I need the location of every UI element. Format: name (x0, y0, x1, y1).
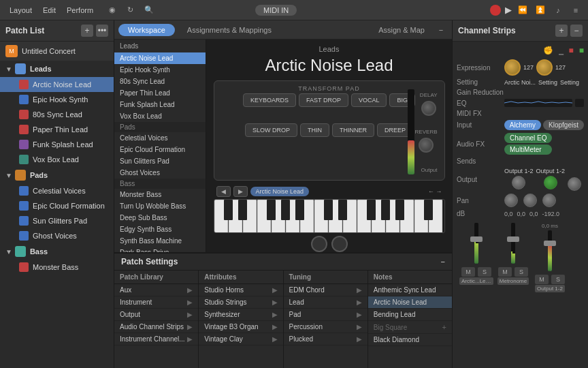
inner-patch-item-turnup[interactable]: Turn Up Wobble Bass (114, 200, 206, 212)
tab-assignments[interactable]: Assignments & Mappings (178, 24, 281, 36)
menu-edit[interactable]: Edit (39, 5, 60, 16)
patch-item-epichook[interactable]: Epic Hook Synth (0, 92, 114, 107)
patch-settings-menu[interactable]: − (441, 258, 445, 266)
ps-item-percussion[interactable]: Percussion▶ (284, 321, 368, 333)
workspace-menu-button[interactable]: − (434, 23, 448, 37)
cs-menu-button[interactable]: − (570, 25, 583, 37)
solo-btn-1[interactable]: S (478, 267, 491, 277)
play-button[interactable]: ▶ (505, 5, 512, 15)
mute-btn-1[interactable]: M (461, 267, 475, 277)
keyboard-ctrl-right[interactable]: ▶ (233, 186, 248, 197)
mute-btn-3[interactable]: M (535, 275, 549, 284)
synth-btn-thin[interactable]: THIN (300, 123, 329, 137)
patch-item-voxbox[interactable]: Vox Box Lead (0, 152, 114, 167)
reverb-knob[interactable] (419, 138, 434, 153)
inner-patch-item-darkbass[interactable]: Dark Bass Drive (114, 247, 206, 252)
midi-in-button[interactable]: MIDI IN (255, 5, 297, 16)
inner-patch-item-epichook[interactable]: Epic Hook Synth (114, 64, 206, 76)
ps-item-edm-chord[interactable]: EDM Chord▶ (284, 284, 368, 296)
cs-audiofx-channeleq[interactable]: Channel EQ (504, 133, 552, 143)
ps-item-instrument[interactable]: Instrument▶ (114, 296, 198, 309)
cs-audiofx-multimeter[interactable]: MultiMeter (504, 144, 552, 155)
concert-item[interactable]: M Untitled Concert (0, 42, 114, 61)
inner-patch-item-paperthin[interactable]: Paper Thin Lead (114, 87, 206, 99)
cs-input-klopfgeist[interactable]: Klopfgeist (543, 120, 584, 130)
inner-patch-item-deepsub[interactable]: Deep Sub Bass (114, 212, 206, 224)
solo-btn-2[interactable]: S (514, 267, 528, 277)
solo-btn-3[interactable]: S (551, 275, 565, 284)
ps-item-vintage-b3[interactable]: Vintage B3 Organ▶ (199, 321, 282, 333)
ps-item-pad[interactable]: Pad▶ (284, 309, 368, 321)
patch-item-paperthin[interactable]: Paper Thin Lead (0, 122, 114, 137)
ps-item-studio-strings[interactable]: Studio Strings▶ (199, 296, 282, 309)
cs-icon3[interactable]: ■ (569, 46, 574, 55)
cs-output-icon2[interactable] (544, 176, 557, 189)
rewind-icon[interactable]: ⏪ (516, 3, 529, 17)
ps-item-vintage-clay[interactable]: Vintage Clay▶ (199, 333, 282, 346)
cs-add-button[interactable]: + (555, 25, 568, 37)
ps-item-audio-channel[interactable]: Audio Channel Strips▶ (114, 321, 198, 333)
cs-icon4[interactable]: ■ (579, 46, 584, 55)
pan-knob3[interactable] (542, 194, 556, 207)
inner-patch-item-80ssync[interactable]: 80s Sync Lead (114, 76, 206, 87)
pedal-icon-left[interactable] (311, 236, 327, 252)
cs-input-alchemy[interactable]: Alchemy (504, 120, 541, 130)
keyboard-ctrl-left[interactable]: ◀ (216, 186, 231, 197)
synth-btn-keyboards[interactable]: KEYBOARDS (243, 93, 296, 107)
patch-item-ghostvoices[interactable]: Ghost Voices (0, 228, 114, 243)
cs-output-icon1[interactable] (512, 176, 525, 189)
ps-item-lead[interactable]: Lead▶ (284, 296, 368, 309)
pan-knob2[interactable] (523, 194, 537, 207)
fader-thumb-3[interactable] (544, 241, 556, 246)
synth-btn-slowdrop[interactable]: SLOW DROP (245, 123, 297, 137)
settings-icon[interactable]: ≡ (569, 3, 583, 17)
mute-btn-2[interactable]: M (498, 267, 512, 277)
pan-knob1[interactable] (504, 194, 518, 207)
keyboard-visual[interactable] (214, 199, 445, 233)
ps-item-studio-horns[interactable]: Studio Horns▶ (199, 284, 282, 296)
cs-output-icon3[interactable] (568, 177, 581, 191)
cs-icon2[interactable]: ⎯ (559, 46, 564, 55)
expression-knob2[interactable] (536, 59, 553, 76)
group-leads[interactable]: ▼ Leads (0, 61, 114, 77)
pedal-icon-right[interactable] (331, 236, 348, 252)
expression-knob1[interactable] (504, 59, 521, 76)
assign-map-button[interactable]: Assign & Map (372, 24, 431, 36)
cs-icon1[interactable]: ✊ (543, 46, 553, 55)
patch-item-80ssync[interactable]: 80s Sync Lead (0, 107, 114, 122)
ps-item-plucked[interactable]: Plucked▶ (284, 333, 368, 346)
skip-icon[interactable]: ⏫ (534, 3, 547, 17)
add-patch-button[interactable]: + (81, 25, 93, 37)
patch-item-celestial[interactable]: Celestial Voices (0, 183, 114, 198)
inner-patch-item-monster2[interactable]: Monster Bass (114, 189, 206, 200)
clock-icon[interactable]: ◉ (105, 3, 119, 17)
fader-thumb-1[interactable] (470, 236, 483, 242)
ps-item-output[interactable]: Output▶ (114, 309, 198, 321)
inner-patch-item-funksplash[interactable]: Funk Splash Lead (114, 99, 206, 110)
inner-patch-item-arctic[interactable]: Arctic Noise Lead (114, 52, 206, 64)
ps-item-arctic-noise[interactable]: Arctic Noise Lead (368, 296, 452, 309)
patch-item-epiccloud[interactable]: Epic Cloud Formation (0, 198, 114, 213)
inner-patch-item-edgy[interactable]: Edgy Synth Bass (114, 224, 206, 235)
ps-item-anthemic[interactable]: Anthemic Sync Lead (368, 284, 452, 296)
patch-item-sunglitters[interactable]: Sun Glitters Pad (0, 213, 114, 228)
inner-patch-item-voxbox[interactable]: Vox Box Lead (114, 110, 206, 122)
inner-patch-item-celestial2[interactable]: Celestial Voices (114, 132, 206, 144)
patch-item-monster[interactable]: Monster Bass (0, 260, 114, 275)
synth-btn-thinner[interactable]: THINNER (332, 123, 374, 137)
menu-layout[interactable]: Layout (5, 5, 36, 16)
refresh-icon[interactable]: ↻ (123, 3, 137, 17)
inner-patch-item-ghostvoices2[interactable]: Ghost Voices (114, 167, 206, 179)
group-bass[interactable]: ▼ Bass (0, 243, 114, 260)
group-pads[interactable]: ▼ Pads (0, 167, 114, 183)
synth-btn-vocal[interactable]: VOCAL (351, 93, 387, 107)
synth-btn-fastdrop[interactable]: FAST DROP (299, 93, 348, 107)
inner-patch-item-epiccloud2[interactable]: Epic Cloud Formation (114, 144, 206, 155)
patch-item-funksplash[interactable]: Funk Splash Lead (0, 137, 114, 152)
ps-item-black-diamond[interactable]: Black Diamond (368, 334, 452, 346)
search-icon[interactable]: 🔍 (142, 3, 156, 17)
delay-knob[interactable] (421, 101, 436, 116)
inner-patch-item-sunglitters2[interactable]: Sun Glitters Pad (114, 155, 206, 167)
record-button[interactable] (490, 5, 501, 16)
metronome-icon[interactable]: ♪ (551, 3, 565, 17)
